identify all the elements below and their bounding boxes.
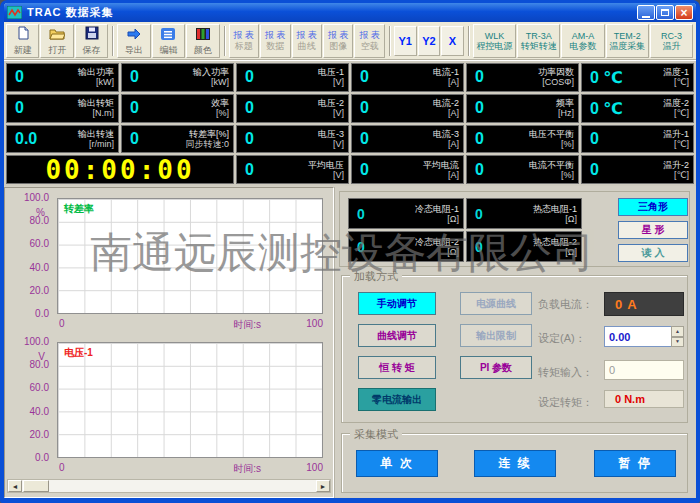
display-value: 0 [356, 68, 369, 86]
spin-up-button[interactable]: ▲ [671, 326, 684, 337]
report-button-bottom-label: 图像 [329, 41, 347, 52]
new-file-icon [16, 26, 30, 44]
display-unit: [A] [433, 108, 459, 118]
field-label: 设定转矩： [538, 395, 593, 410]
single-button[interactable]: 单 次 [356, 450, 438, 477]
display-unit: [℃] [663, 170, 689, 180]
toolbar-button-new-file[interactable]: 新建 [6, 24, 39, 58]
resistance-value: 0 [353, 206, 365, 222]
device-button-bottom-label: 程控电源 [476, 41, 512, 51]
load-button-2[interactable]: 曲线调节 [358, 324, 436, 347]
toolbar-button-edit[interactable]: 编辑 [152, 24, 185, 58]
x-axis-max-label: 100 [306, 462, 323, 473]
torque-input[interactable]: 0 [604, 360, 684, 380]
toolbar-button-axis-y2[interactable]: Y2 [418, 26, 441, 56]
toolbar-separator [224, 26, 226, 56]
spin-down-button[interactable]: ▼ [671, 337, 684, 348]
pause-button[interactable]: 暂 停 [594, 450, 676, 477]
toolbar-button-device-wlk[interactable]: WLK程控电源 [473, 24, 516, 58]
display-label: 电压-2[V] [318, 98, 344, 118]
report-button-bottom-label: 数据 [266, 41, 284, 52]
display-label: 输出转矩[N.m] [78, 98, 114, 118]
scroll-right-arrow-icon[interactable]: ► [316, 480, 330, 492]
toolbar-button-device-am-a[interactable]: AM-A电参数 [561, 24, 604, 58]
app-icon [7, 6, 23, 20]
display-value: 0 [471, 68, 484, 86]
display-label-text: 输出转矩 [78, 98, 114, 108]
minimize-button[interactable] [637, 5, 655, 20]
edit-icon [161, 26, 175, 44]
toolbar-button-device-tr-3a[interactable]: TR-3A转矩转速 [517, 24, 560, 58]
toolbar-button-report-3[interactable]: 报 表曲线 [292, 24, 322, 58]
scrollbar-track[interactable] [49, 480, 316, 492]
toolbar-separator [112, 26, 114, 56]
toolbar-button-label: 编辑 [159, 45, 177, 55]
display-label: 电流-1[A] [433, 67, 459, 87]
load-button-4[interactable]: 零电流输出 [358, 388, 436, 411]
display-label-text: 温升-1 [663, 129, 689, 139]
set-current-input[interactable]: 0.00 [604, 326, 671, 347]
toolbar-button-color[interactable]: 颜色 [186, 24, 219, 58]
toolbar-button-label: 颜色 [194, 45, 212, 55]
delta-button[interactable]: 三角形 [618, 198, 688, 216]
close-button[interactable]: × [675, 5, 693, 20]
load-button-1[interactable]: 手动调节 [358, 292, 436, 315]
y-axis-tick-label: 0.0 [35, 309, 49, 319]
toolbar-button-report-2[interactable]: 报 表数据 [260, 24, 290, 58]
resistance-label-text: 冷态电阻-2 [415, 237, 459, 247]
continuous-button[interactable]: 连 续 [474, 450, 556, 477]
field-spinner-input: 0.00▲▼ [604, 326, 684, 347]
toolbar-button-report-5[interactable]: 报 表空载 [354, 24, 384, 58]
display-cell: 0输出转矩[N.m] [6, 94, 119, 123]
display-label: 功率因数[COSΦ] [538, 67, 574, 87]
toolbar-button-save[interactable]: 保存 [75, 24, 108, 58]
load-button-3[interactable]: 恒 转 矩 [358, 356, 436, 379]
star-button[interactable]: 星 形 [618, 221, 688, 239]
toolbar-button-axis-x[interactable]: X [441, 26, 464, 56]
load-mid-button-2[interactable]: 输出限制 [460, 324, 532, 347]
display-label-text: 电压-3 [318, 129, 344, 139]
toolbar-button-axis-y1[interactable]: Y1 [394, 26, 417, 56]
load-mid-button-1[interactable]: 电源曲线 [460, 292, 532, 315]
toolbar-button-report-1[interactable]: 报 表标题 [229, 24, 259, 58]
toolbar-button-report-4[interactable]: 报 表图像 [323, 24, 353, 58]
y-axis-unit-label: V [38, 351, 45, 362]
maximize-button[interactable] [656, 5, 674, 20]
display-label: 转差率[%]同步转速:0 [185, 129, 229, 149]
toolbar-button-device-rc-3[interactable]: RC-3温升 [650, 24, 693, 58]
scrollbar-thumb[interactable] [23, 480, 49, 492]
y-axis-tick-label: 40.0 [30, 263, 49, 273]
resistance-unit: [Ω] [533, 214, 577, 224]
window-title: TRAC 数据采集 [27, 5, 636, 20]
x-axis-title: 时间:s [233, 462, 261, 476]
toolbar-button-export[interactable]: 导出 [117, 24, 150, 58]
toolbar-button-device-tem-2[interactable]: TEM-2温度采集 [606, 24, 649, 58]
load-mid-button-3[interactable]: PI 参数 [460, 356, 532, 379]
y-axis-unit-label: % [36, 207, 45, 218]
device-button-bottom-label: 电参数 [569, 41, 596, 51]
y-axis-tick-label: 100.0 [24, 337, 49, 347]
y-axis-tick-label: 20.0 [30, 430, 49, 440]
resistance-unit: [Ω] [415, 247, 459, 257]
spinner-buttons: ▲▼ [671, 326, 684, 347]
field-red-display: 0 N.m [604, 390, 684, 408]
save-icon [85, 26, 99, 44]
report-button-top-label: 报 表 [234, 30, 255, 41]
report-button-bottom-label: 标题 [235, 41, 253, 52]
series-label: 转差率 [64, 202, 94, 216]
display-value: 0 [11, 68, 24, 86]
resistance-value: 0 [471, 206, 483, 222]
display-cell: 0转差率[%]同步转速:0 [121, 125, 234, 154]
chart-horizontal-scrollbar[interactable]: ◄ ► [7, 479, 331, 493]
display-cell: 0电流-2[A] [351, 94, 464, 123]
toolbar-button-open-folder[interactable]: 打开 [40, 24, 73, 58]
display-cell: 0频率[Hz] [466, 94, 579, 123]
scroll-left-arrow-icon[interactable]: ◄ [8, 480, 22, 492]
read-in-button[interactable]: 读 入 [618, 244, 688, 262]
display-value: 0 [241, 68, 254, 86]
display-label: 电流不平衡[%] [529, 160, 574, 180]
report-button-top-label: 报 表 [359, 30, 380, 41]
display-label: 温度-2[℃] [663, 98, 689, 118]
resistance-display-cell: 0冷态电阻-1[Ω] [348, 198, 464, 229]
resistance-label-text: 冷态电阻-1 [415, 204, 459, 214]
